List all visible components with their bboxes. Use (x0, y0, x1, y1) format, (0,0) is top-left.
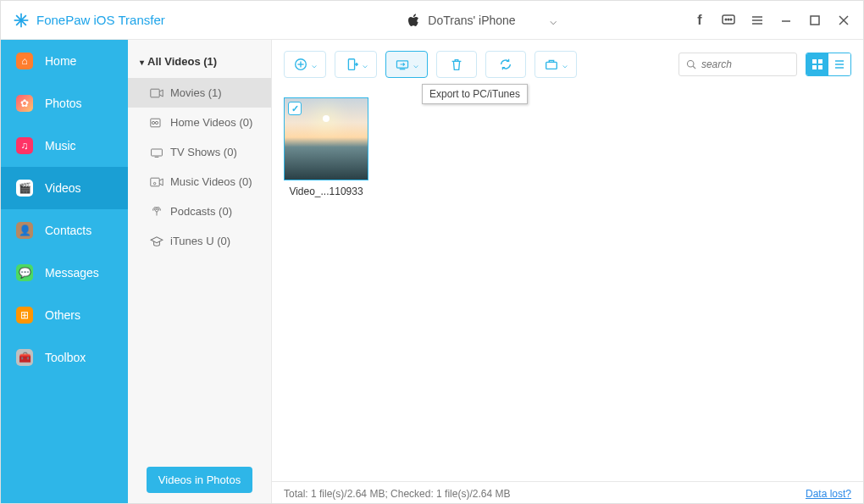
svg-rect-36 (818, 59, 822, 64)
item-checkbox[interactable]: ✓ (288, 102, 302, 115)
grid-view-button[interactable] (806, 53, 828, 75)
category-itunes-u[interactable]: iTunes U (0) (128, 226, 271, 256)
device-picker[interactable]: DoTrans' iPhone ⌵ (272, 14, 692, 27)
device-name: DoTrans' iPhone (428, 14, 515, 27)
export-to-pc-button[interactable]: ⌵ (385, 51, 428, 78)
category-header[interactable]: All Videos (1) (128, 45, 271, 78)
svg-line-34 (693, 66, 695, 69)
window-controls: f (692, 13, 863, 28)
maximize-icon[interactable] (807, 15, 822, 25)
chevron-down-icon: ⌵ (312, 60, 317, 69)
svg-rect-35 (812, 59, 817, 64)
data-lost-link[interactable]: Data lost? (806, 488, 851, 500)
svg-rect-38 (818, 65, 822, 69)
minimize-icon[interactable] (778, 14, 794, 26)
status-text: Total: 1 file(s)/2.64 MB; Checked: 1 fil… (284, 488, 510, 500)
video-item[interactable]: ✓ Video_...110933 (284, 97, 368, 197)
menu-icon[interactable] (750, 14, 765, 27)
home-icon: ⌂ (16, 53, 33, 69)
export-device-icon (344, 57, 359, 72)
sidebar-item-messages[interactable]: 💬 Messages (1, 252, 128, 294)
app-logo-icon (13, 12, 30, 29)
svg-rect-19 (152, 149, 163, 156)
podcasts-icon (150, 207, 163, 217)
category-label: Podcasts (0) (170, 205, 232, 218)
content-grid: ✓ Video_...110933 (272, 89, 863, 481)
refresh-icon (498, 57, 513, 72)
svg-point-17 (155, 121, 158, 124)
add-button[interactable]: ⌵ (284, 51, 326, 78)
statusbar: Total: 1 file(s)/2.64 MB; Checked: 1 fil… (272, 481, 863, 504)
itunes-u-icon (150, 236, 163, 246)
view-toggle (806, 53, 851, 76)
sidebar-item-label: Toolbox (45, 351, 86, 364)
sidebar-item-photos[interactable]: ✿ Photos (1, 82, 128, 125)
list-view-button[interactable] (828, 53, 850, 75)
toolbox-icon: 🧰 (16, 349, 33, 366)
category-podcasts[interactable]: Podcasts (0) (128, 197, 271, 226)
search-input[interactable] (678, 53, 797, 76)
chevron-down-icon: ⌵ (562, 60, 568, 69)
sidebar-item-label: Music (45, 139, 76, 152)
sidebar-primary: ⌂ Home ✿ Photos ♫ Music 🎬 Videos 👤 Conta… (1, 40, 128, 504)
category-movies[interactable]: Movies (1) (128, 78, 271, 108)
category-music-videos[interactable]: Music Videos (0) (128, 167, 271, 197)
chevron-down-icon: ⌵ (413, 60, 418, 69)
category-label: Movies (1) (170, 86, 222, 99)
export-to-device-button[interactable]: ⌵ (335, 51, 377, 78)
close-icon[interactable] (836, 14, 851, 26)
music-videos-icon (150, 177, 163, 187)
photos-icon: ✿ (16, 95, 33, 112)
sidebar-item-music[interactable]: ♫ Music (1, 125, 128, 167)
main-content: ⌵ ⌵ ⌵ ⌵ (272, 40, 863, 504)
apple-icon (407, 14, 419, 27)
feedback-icon[interactable] (721, 14, 736, 27)
messages-icon: 💬 (16, 264, 33, 281)
facebook-icon[interactable]: f (692, 13, 707, 28)
video-thumbnail[interactable]: ✓ (284, 97, 368, 180)
contacts-icon: 👤 (16, 222, 33, 239)
sidebar-item-label: Home (45, 54, 76, 68)
sidebar-item-videos[interactable]: 🎬 Videos (1, 167, 128, 209)
category-label: TV Shows (0) (170, 146, 237, 158)
svg-point-5 (725, 19, 727, 20)
titlebar: FonePaw iOS Transfer DoTrans' iPhone ⌵ f (1, 1, 863, 40)
svg-point-7 (730, 19, 732, 20)
svg-rect-28 (348, 59, 354, 70)
svg-rect-12 (811, 16, 819, 25)
list-icon (834, 58, 845, 70)
export-tooltip: Export to PC/iTunes (422, 84, 528, 104)
grid-icon (811, 58, 823, 70)
videos-in-photos-button[interactable]: Videos in Photos (147, 467, 252, 493)
sidebar-item-contacts[interactable]: 👤 Contacts (1, 209, 128, 252)
sidebar-item-others[interactable]: ⊞ Others (1, 294, 128, 336)
chevron-down-icon: ⌵ (550, 14, 557, 27)
home-videos-icon (150, 118, 163, 128)
refresh-button[interactable] (485, 51, 526, 78)
svg-rect-15 (151, 89, 159, 97)
svg-point-22 (153, 182, 155, 184)
sidebar-item-toolbox[interactable]: 🧰 Toolbox (1, 336, 128, 379)
category-label: iTunes U (0) (170, 235, 230, 247)
category-label: Home Videos (0) (170, 116, 252, 129)
svg-point-23 (156, 209, 158, 212)
sidebar-secondary: All Videos (1) Movies (1) Home Videos (0… (128, 40, 272, 504)
category-label: Music Videos (0) (170, 175, 252, 188)
chevron-down-icon: ⌵ (363, 60, 368, 69)
videos-icon: 🎬 (16, 180, 33, 197)
category-home-videos[interactable]: Home Videos (0) (128, 108, 271, 137)
sidebar-item-label: Contacts (45, 224, 91, 237)
sidebar-item-label: Messages (45, 266, 99, 280)
toolbox-button[interactable]: ⌵ (534, 51, 577, 78)
svg-point-18 (152, 121, 154, 124)
sidebar-item-home[interactable]: ⌂ Home (1, 40, 128, 82)
svg-rect-37 (812, 65, 817, 69)
search-icon (686, 58, 696, 70)
delete-button[interactable] (436, 51, 477, 78)
category-tv-shows[interactable]: TV Shows (0) (128, 137, 271, 167)
sidebar-item-label: Others (45, 308, 80, 322)
svg-rect-32 (546, 62, 557, 69)
export-pc-icon (395, 57, 410, 72)
trash-icon (449, 57, 464, 72)
search-field[interactable] (701, 58, 789, 70)
